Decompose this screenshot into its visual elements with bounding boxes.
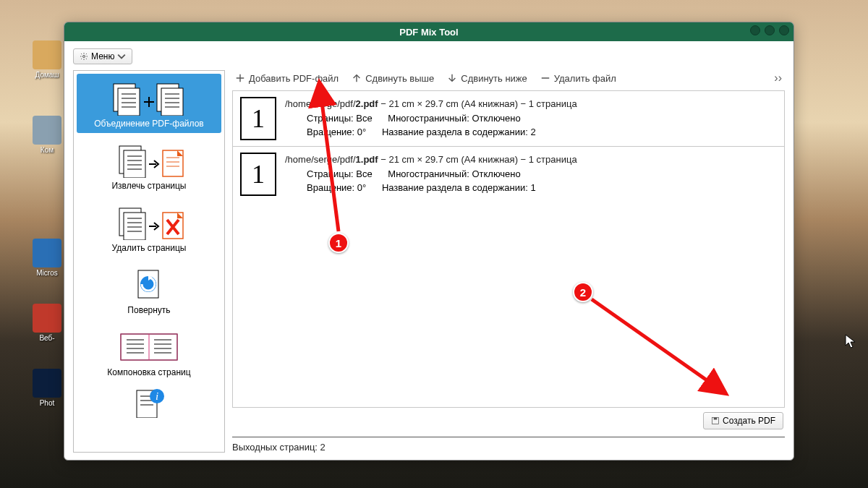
desktop-label: Домаш: [29, 71, 65, 79]
sidebar-item-label: Объединение PDF-файлов: [80, 119, 218, 129]
titlebar[interactable]: PDF Mix Tool: [64, 22, 793, 41]
status-separator: [232, 437, 785, 437]
layout-icon: [80, 327, 218, 366]
extract-icon: [80, 140, 218, 179]
sidebar-item-layout[interactable]: Компоновка страниц: [77, 322, 221, 382]
move-up-button[interactable]: Сдвинуть выше: [352, 73, 434, 84]
desktop-label: Phot: [29, 399, 65, 407]
svg-rect-55: [714, 418, 718, 420]
merge-icon: [80, 78, 218, 117]
sidebar-item-label: Компоновка страниц: [80, 367, 218, 377]
menu-button[interactable]: Меню: [73, 48, 132, 64]
sidebar-item-label: Повернуть: [80, 305, 218, 315]
toolbar: Добавить PDF-файл Сдвинуть выше Сдвинуть…: [232, 70, 785, 90]
arrow-up-icon: [352, 73, 362, 83]
desktop-label: Веб-: [29, 334, 65, 342]
remove-file-button[interactable]: Удалить файл: [540, 73, 616, 84]
create-pdf-label: Создать PDF: [723, 416, 775, 426]
desktop-icon-home[interactable]: Домаш: [29, 40, 65, 79]
sidebar-item-delete[interactable]: Удалить страницы: [77, 198, 221, 257]
desktop-label: Micros: [29, 269, 65, 277]
minimize-button[interactable]: [750, 25, 760, 35]
toolbar-label: Сдвинуть выше: [365, 73, 434, 84]
file-info: /home/serge/pdf/2.pdf − 21 cm × 29.7 cm …: [285, 97, 777, 140]
save-icon: [711, 416, 720, 425]
desktop-icon-computer[interactable]: Ком: [29, 116, 65, 154]
toolbar-label: Добавить PDF-файл: [249, 73, 339, 84]
svg-point-0: [83, 56, 85, 58]
sidebar[interactable]: Объединение PDF-файлов: [73, 70, 225, 453]
sidebar-item-extract[interactable]: Извлечь страницы: [77, 136, 221, 195]
rotate-icon: [80, 265, 218, 304]
toolbar-label: Сдвинуть ниже: [461, 73, 527, 84]
close-button[interactable]: [779, 25, 789, 35]
main-panel: Добавить PDF-файл Сдвинуть выше Сдвинуть…: [232, 70, 785, 453]
svg-rect-27: [124, 213, 145, 240]
file-info: /home/serge/pdf/1.pdf − 21 cm × 29.7 cm …: [285, 153, 777, 196]
file-row[interactable]: 1 /home/serge/pdf/2.pdf − 21 cm × 29.7 c…: [233, 91, 784, 147]
delete-icon: [80, 202, 218, 241]
maximize-button[interactable]: [765, 25, 775, 35]
desktop-icon-micros[interactable]: Micros: [29, 239, 65, 277]
toolbar-label: Удалить файл: [554, 73, 616, 84]
desktop-icon-web[interactable]: Веб-: [29, 304, 65, 342]
chevron-down-icon: [117, 52, 126, 61]
cursor-icon: [845, 334, 858, 352]
arrow-down-icon: [447, 73, 457, 83]
status-bar: Выходных страниц: 2: [232, 440, 785, 453]
desktop-label: Ком: [29, 146, 65, 154]
file-list[interactable]: 1 /home/serge/pdf/2.pdf − 21 cm × 29.7 c…: [232, 90, 785, 408]
desktop-icon-photo[interactable]: Phot: [29, 369, 65, 407]
svg-rect-2: [118, 88, 140, 116]
file-thumbnail: 1: [240, 153, 276, 196]
svg-text:i: i: [156, 390, 158, 402]
gear-icon: [80, 52, 88, 61]
info-icon: i: [80, 389, 218, 418]
sidebar-item-label: Извлечь страницы: [80, 181, 218, 191]
sidebar-item-rotate[interactable]: Повернуть: [77, 260, 221, 320]
svg-rect-16: [124, 150, 145, 178]
create-pdf-button[interactable]: Создать PDF: [703, 412, 783, 429]
add-file-button[interactable]: Добавить PDF-файл: [235, 73, 339, 84]
minus-icon: [540, 73, 550, 83]
window-title: PDF Mix Tool: [399, 27, 458, 38]
svg-rect-10: [161, 88, 183, 116]
toolbar-overflow-button[interactable]: ››: [774, 72, 782, 85]
file-row[interactable]: 1 /home/serge/pdf/1.pdf − 21 cm × 29.7 c…: [233, 147, 784, 202]
move-down-button[interactable]: Сдвинуть ниже: [447, 73, 527, 84]
plus-icon: [235, 73, 245, 83]
app-window: PDF Mix Tool Меню: [64, 22, 794, 461]
sidebar-item-label: Удалить страницы: [80, 243, 218, 253]
menu-label: Меню: [91, 51, 114, 61]
file-thumbnail: 1: [240, 97, 276, 140]
sidebar-item-info[interactable]: i: [77, 385, 221, 418]
sidebar-item-merge[interactable]: Объединение PDF-файлов: [77, 74, 221, 133]
